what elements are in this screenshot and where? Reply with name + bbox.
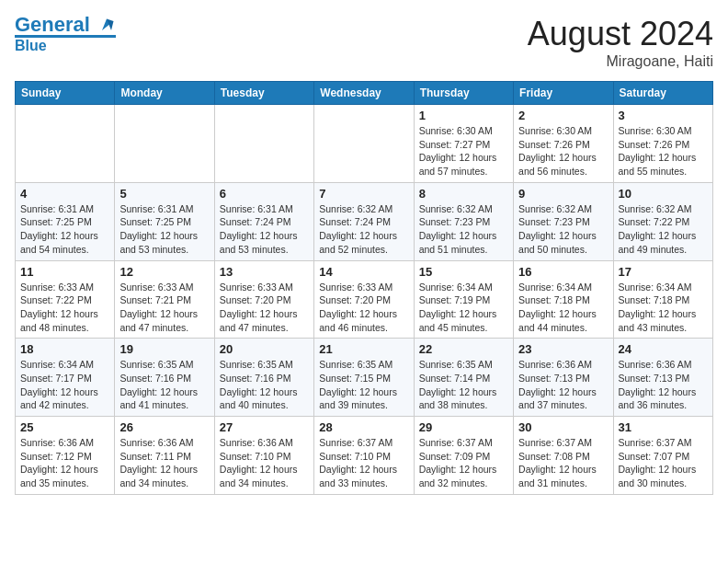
calendar-cell: 1Sunrise: 6:30 AMSunset: 7:27 PMDaylight… bbox=[414, 105, 513, 183]
day-number: 23 bbox=[518, 342, 608, 356]
day-info: Sunrise: 6:30 AMSunset: 7:26 PMDaylight:… bbox=[518, 124, 608, 178]
calendar-cell: 17Sunrise: 6:34 AMSunset: 7:18 PMDayligh… bbox=[613, 260, 712, 339]
day-number: 30 bbox=[518, 420, 608, 434]
day-number: 9 bbox=[518, 187, 608, 201]
day-number: 17 bbox=[619, 265, 708, 279]
day-info: Sunrise: 6:30 AMSunset: 7:26 PMDaylight:… bbox=[619, 124, 708, 178]
day-info: Sunrise: 6:36 AMSunset: 7:13 PMDaylight:… bbox=[619, 358, 708, 412]
day-number: 20 bbox=[220, 342, 309, 356]
day-number: 8 bbox=[419, 187, 508, 201]
logo: General Blue bbox=[15, 15, 116, 54]
day-info: Sunrise: 6:32 AMSunset: 7:23 PMDaylight:… bbox=[419, 202, 508, 257]
calendar-cell: 30Sunrise: 6:37 AMSunset: 7:08 PMDayligh… bbox=[514, 417, 613, 495]
calendar-cell: 26Sunrise: 6:36 AMSunset: 7:11 PMDayligh… bbox=[115, 417, 214, 495]
day-info: Sunrise: 6:36 AMSunset: 7:10 PMDaylight:… bbox=[220, 436, 309, 490]
day-number: 22 bbox=[419, 342, 508, 356]
weekday-header-wednesday: Wednesday bbox=[314, 82, 414, 105]
month-year-title: August 2024 bbox=[528, 15, 713, 53]
calendar-cell: 13Sunrise: 6:33 AMSunset: 7:20 PMDayligh… bbox=[214, 260, 313, 339]
calendar-table: SundayMondayTuesdayWednesdayThursdayFrid… bbox=[15, 81, 713, 495]
day-number: 14 bbox=[319, 265, 408, 279]
calendar-cell: 5Sunrise: 6:31 AMSunset: 7:25 PMDaylight… bbox=[115, 182, 214, 260]
calendar-cell bbox=[16, 105, 115, 183]
day-number: 3 bbox=[619, 109, 708, 122]
calendar-cell: 29Sunrise: 6:37 AMSunset: 7:09 PMDayligh… bbox=[414, 417, 513, 495]
day-number: 5 bbox=[119, 187, 209, 201]
day-number: 16 bbox=[518, 265, 608, 279]
day-number: 13 bbox=[220, 265, 309, 279]
day-info: Sunrise: 6:31 AMSunset: 7:25 PMDaylight:… bbox=[119, 202, 209, 257]
day-number: 24 bbox=[619, 342, 708, 356]
day-number: 31 bbox=[619, 420, 708, 434]
day-info: Sunrise: 6:34 AMSunset: 7:18 PMDaylight:… bbox=[518, 281, 608, 335]
day-info: Sunrise: 6:36 AMSunset: 7:11 PMDaylight:… bbox=[119, 436, 209, 490]
day-number: 15 bbox=[419, 265, 508, 279]
day-info: Sunrise: 6:34 AMSunset: 7:19 PMDaylight:… bbox=[419, 281, 508, 335]
calendar-cell bbox=[314, 105, 414, 183]
calendar-cell bbox=[214, 105, 313, 183]
day-info: Sunrise: 6:31 AMSunset: 7:24 PMDaylight:… bbox=[220, 202, 309, 257]
day-info: Sunrise: 6:37 AMSunset: 7:07 PMDaylight:… bbox=[619, 436, 708, 490]
calendar-cell: 25Sunrise: 6:36 AMSunset: 7:12 PMDayligh… bbox=[16, 417, 115, 495]
calendar-week-row: 4Sunrise: 6:31 AMSunset: 7:25 PMDaylight… bbox=[16, 182, 713, 260]
calendar-cell: 20Sunrise: 6:35 AMSunset: 7:16 PMDayligh… bbox=[214, 339, 313, 417]
calendar-cell: 12Sunrise: 6:33 AMSunset: 7:21 PMDayligh… bbox=[115, 260, 214, 339]
weekday-header-monday: Monday bbox=[115, 82, 214, 105]
weekday-header-thursday: Thursday bbox=[414, 82, 513, 105]
day-info: Sunrise: 6:37 AMSunset: 7:08 PMDaylight:… bbox=[518, 436, 608, 490]
day-info: Sunrise: 6:35 AMSunset: 7:15 PMDaylight:… bbox=[319, 358, 408, 412]
day-info: Sunrise: 6:33 AMSunset: 7:20 PMDaylight:… bbox=[319, 281, 408, 335]
calendar-cell: 3Sunrise: 6:30 AMSunset: 7:26 PMDaylight… bbox=[613, 105, 712, 183]
weekday-header-tuesday: Tuesday bbox=[214, 82, 313, 105]
day-info: Sunrise: 6:34 AMSunset: 7:17 PMDaylight:… bbox=[20, 358, 109, 412]
calendar-week-row: 25Sunrise: 6:36 AMSunset: 7:12 PMDayligh… bbox=[16, 417, 713, 495]
calendar-cell bbox=[115, 105, 214, 183]
day-info: Sunrise: 6:34 AMSunset: 7:18 PMDaylight:… bbox=[619, 281, 708, 335]
calendar-header-row: SundayMondayTuesdayWednesdayThursdayFrid… bbox=[16, 82, 713, 105]
calendar-cell: 18Sunrise: 6:34 AMSunset: 7:17 PMDayligh… bbox=[16, 339, 115, 417]
day-info: Sunrise: 6:35 AMSunset: 7:16 PMDaylight:… bbox=[119, 358, 209, 412]
day-info: Sunrise: 6:35 AMSunset: 7:14 PMDaylight:… bbox=[419, 358, 508, 412]
day-number: 11 bbox=[20, 265, 109, 279]
title-block: August 2024 Miragoane, Haiti bbox=[528, 15, 713, 70]
day-number: 29 bbox=[419, 420, 508, 434]
calendar-cell: 8Sunrise: 6:32 AMSunset: 7:23 PMDaylight… bbox=[414, 182, 513, 260]
calendar-week-row: 11Sunrise: 6:33 AMSunset: 7:22 PMDayligh… bbox=[16, 260, 713, 339]
calendar-cell: 19Sunrise: 6:35 AMSunset: 7:16 PMDayligh… bbox=[115, 339, 214, 417]
location-subtitle: Miragoane, Haiti bbox=[528, 53, 713, 70]
calendar-cell: 6Sunrise: 6:31 AMSunset: 7:24 PMDaylight… bbox=[214, 182, 313, 260]
calendar-week-row: 1Sunrise: 6:30 AMSunset: 7:27 PMDaylight… bbox=[16, 105, 713, 183]
day-number: 25 bbox=[20, 420, 109, 434]
calendar-week-row: 18Sunrise: 6:34 AMSunset: 7:17 PMDayligh… bbox=[16, 339, 713, 417]
calendar-cell: 14Sunrise: 6:33 AMSunset: 7:20 PMDayligh… bbox=[314, 260, 414, 339]
day-info: Sunrise: 6:36 AMSunset: 7:13 PMDaylight:… bbox=[518, 358, 608, 412]
calendar-cell: 4Sunrise: 6:31 AMSunset: 7:25 PMDaylight… bbox=[16, 182, 115, 260]
day-info: Sunrise: 6:37 AMSunset: 7:10 PMDaylight:… bbox=[319, 436, 408, 490]
calendar-cell: 31Sunrise: 6:37 AMSunset: 7:07 PMDayligh… bbox=[613, 417, 712, 495]
day-info: Sunrise: 6:31 AMSunset: 7:25 PMDaylight:… bbox=[20, 202, 109, 257]
day-number: 7 bbox=[319, 187, 408, 201]
calendar-cell: 9Sunrise: 6:32 AMSunset: 7:23 PMDaylight… bbox=[514, 182, 613, 260]
logo-general-text: General bbox=[15, 13, 90, 36]
weekday-header-friday: Friday bbox=[514, 82, 613, 105]
weekday-header-saturday: Saturday bbox=[613, 82, 712, 105]
calendar-cell: 24Sunrise: 6:36 AMSunset: 7:13 PMDayligh… bbox=[613, 339, 712, 417]
day-info: Sunrise: 6:32 AMSunset: 7:23 PMDaylight:… bbox=[518, 202, 608, 257]
day-number: 19 bbox=[119, 342, 209, 356]
day-number: 21 bbox=[319, 342, 408, 356]
calendar-cell: 21Sunrise: 6:35 AMSunset: 7:15 PMDayligh… bbox=[314, 339, 414, 417]
day-info: Sunrise: 6:37 AMSunset: 7:09 PMDaylight:… bbox=[419, 436, 508, 490]
day-number: 4 bbox=[20, 187, 109, 201]
day-number: 1 bbox=[419, 109, 508, 122]
day-info: Sunrise: 6:33 AMSunset: 7:21 PMDaylight:… bbox=[119, 281, 209, 335]
day-number: 12 bbox=[119, 265, 209, 279]
calendar-cell: 15Sunrise: 6:34 AMSunset: 7:19 PMDayligh… bbox=[414, 260, 513, 339]
calendar-cell: 23Sunrise: 6:36 AMSunset: 7:13 PMDayligh… bbox=[514, 339, 613, 417]
day-info: Sunrise: 6:36 AMSunset: 7:12 PMDaylight:… bbox=[20, 436, 109, 490]
calendar-cell: 27Sunrise: 6:36 AMSunset: 7:10 PMDayligh… bbox=[214, 417, 313, 495]
day-info: Sunrise: 6:35 AMSunset: 7:16 PMDaylight:… bbox=[220, 358, 309, 412]
day-number: 18 bbox=[20, 342, 109, 356]
calendar-cell: 2Sunrise: 6:30 AMSunset: 7:26 PMDaylight… bbox=[514, 105, 613, 183]
calendar-cell: 7Sunrise: 6:32 AMSunset: 7:24 PMDaylight… bbox=[314, 182, 414, 260]
logo-blue-text: Blue bbox=[15, 35, 116, 54]
